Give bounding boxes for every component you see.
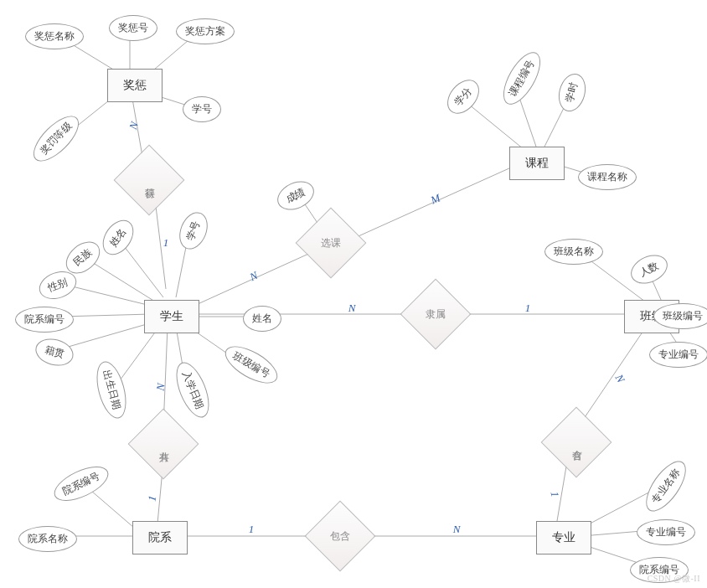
rel-inc1: 含有	[541, 407, 612, 478]
card-select-n: N	[248, 269, 261, 284]
attr-reward-no: 奖惩号	[109, 15, 157, 41]
attr-course-name: 课程名称	[578, 164, 637, 190]
attr-course-hours: 学时	[555, 70, 590, 114]
rel-select: 选课	[296, 208, 367, 279]
svg-line-36	[582, 490, 653, 528]
entity-dept: 院系	[132, 521, 188, 554]
svg-line-39	[578, 328, 645, 427]
rel-have: 共有	[128, 409, 199, 480]
attr-student-enroll: 入学日期	[170, 358, 216, 422]
card-belong-n: N	[348, 302, 356, 315]
entity-course: 课程	[509, 147, 565, 180]
svg-line-11	[343, 168, 511, 243]
attr-dept-name: 院系名称	[18, 526, 77, 552]
attr-class-count: 人数	[627, 250, 673, 290]
entity-reward: 奖惩	[107, 69, 163, 102]
entity-major: 专业	[536, 521, 591, 554]
card-select-m: M	[429, 192, 442, 208]
attr-student-origin: 籍贯	[33, 335, 76, 370]
attr-class-name: 班级名称	[544, 239, 603, 265]
attr-student-name: 姓名	[96, 214, 140, 260]
card-have-n: N	[153, 382, 168, 391]
attr-reward-plan: 奖惩方案	[176, 18, 235, 44]
svg-line-16	[65, 285, 151, 306]
rel-belong: 隶属	[400, 279, 472, 350]
card-inc1-1: 1	[548, 490, 562, 498]
entity-student: 学生	[144, 300, 199, 333]
card-gain-1: 1	[163, 236, 169, 250]
svg-line-17	[60, 314, 151, 317]
attr-student-deptcode: 院系编号	[15, 307, 74, 333]
card-inc2-1: 1	[249, 523, 255, 536]
card-belong-1: 1	[525, 302, 531, 315]
attr-select-grade: 成绩	[273, 176, 319, 216]
attr-major-code: 专业编号	[637, 519, 695, 545]
attr-course-code: 课程编号	[496, 46, 548, 110]
rel-gain: 获得	[114, 145, 185, 216]
attr-course-credit: 学分	[441, 74, 485, 120]
attr-class-majorcode: 专业编号	[649, 342, 707, 368]
card-gain-n: N	[126, 120, 142, 132]
card-have-1: 1	[146, 494, 160, 502]
attr-student-sid: 学号	[174, 208, 213, 253]
attr-student-classcode: 班级编号	[219, 339, 283, 391]
svg-line-14	[121, 243, 163, 297]
attr-major-name: 专业名称	[638, 455, 694, 518]
card-inc1-n: N	[612, 372, 627, 385]
attr-student-birth: 出生日期	[91, 358, 132, 422]
card-inc2-n: N	[453, 523, 461, 536]
attr-reward-sid: 学号	[183, 96, 221, 122]
rel-inc2: 包含	[305, 501, 376, 572]
svg-line-18	[65, 322, 152, 348]
svg-line-7	[464, 101, 524, 149]
connector-lines	[0, 0, 707, 588]
attr-class-code: 班级编号	[653, 303, 707, 329]
attr-student-name2: 姓名	[243, 306, 281, 332]
attr-dept-code: 院系编号	[49, 460, 114, 508]
attr-reward-level: 奖罚等级	[26, 109, 85, 168]
attr-reward-name: 奖惩名称	[25, 23, 84, 49]
watermark: CSDN @微-II	[648, 573, 700, 585]
svg-line-15	[88, 260, 155, 302]
